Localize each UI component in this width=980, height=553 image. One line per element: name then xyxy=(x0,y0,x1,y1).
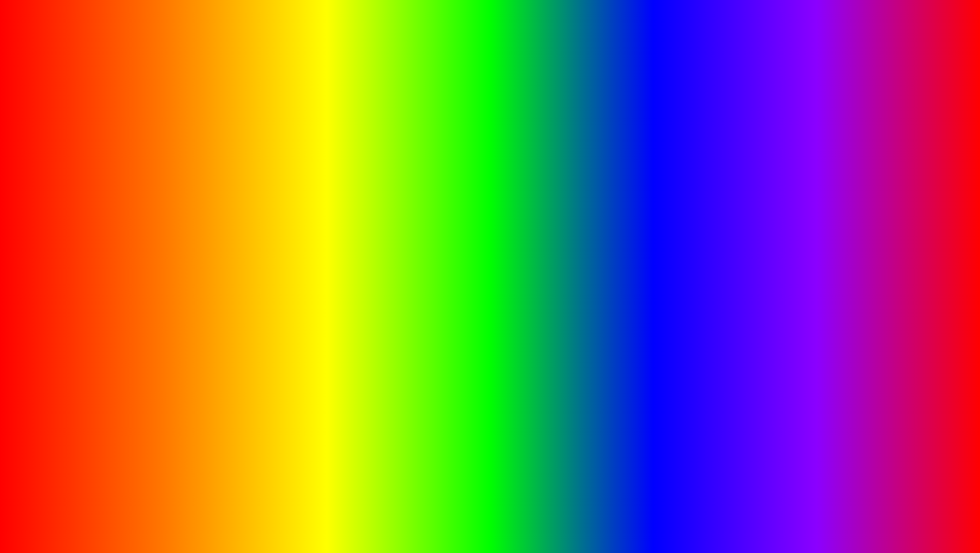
farming-title: Windows - King Legacy [New World] xyxy=(205,191,303,198)
auto-new-world-label: Auto New World xyxy=(347,238,387,245)
tab-dot2: • xyxy=(279,209,280,214)
auto-farm-select-quest-row: Auto Farm Select Monster (Quest) xyxy=(192,294,319,301)
auto-new-world-checkbox[interactable] xyxy=(332,238,339,245)
type-farm-label: Type Farm xyxy=(174,157,360,164)
auto-farm-quest-checkbox[interactable] xyxy=(192,238,200,245)
farming-title-left: BI Windows - King Legacy [New World] xyxy=(191,190,303,200)
tab-dot2: • xyxy=(320,209,321,214)
bottom-text: UPDATE 4.6 SCRIPT PASTEBIN xyxy=(3,494,977,540)
tab-home-label: Home xyxy=(198,208,212,214)
bottom-version: 4.6 xyxy=(353,492,422,542)
game-card[interactable]: 🎩 👑 KING LEGACY [UPDATE 4.65] King Legac… xyxy=(771,145,898,279)
dropdown-arrow-icon: ⌄ xyxy=(348,173,353,181)
like-stat: 👍 91% xyxy=(779,264,802,272)
close-button[interactable]: ✕ xyxy=(355,137,362,145)
tab-dot: • xyxy=(364,209,365,214)
tab-stat-player[interactable]: • Stat Player • xyxy=(284,206,325,216)
quest-farm-panel: ||-- Quest Farm --|| Auto New World xyxy=(326,219,465,381)
main-title: KING LEGACY xyxy=(3,13,977,94)
auto-farm-no-quest-checkbox[interactable] xyxy=(192,249,200,256)
auto-new-world-row: Auto New World xyxy=(332,238,459,245)
card-logo-text: KING LEGACY xyxy=(807,199,863,228)
type-farm-dropdown[interactable]: Above ⌄ xyxy=(174,168,360,185)
farming-app-icon: BI xyxy=(191,190,202,200)
auto-farm-quest-label: Auto Farm Level (Quest) xyxy=(204,238,265,245)
window-titlebar: # Main Setting − ✕ xyxy=(166,133,368,149)
players-count: 39.7K xyxy=(821,265,836,272)
tab-dot: • xyxy=(194,209,196,214)
auto-farm-select-no-quest-row: Auto Farm Select Monster (No Quest) xyxy=(192,305,319,312)
tab-dot: • xyxy=(223,209,225,214)
tab-farming-label: Farming xyxy=(256,208,277,214)
farming-window: BI Windows - King Legacy [New World] 🎮 •… xyxy=(185,185,467,383)
bottom-pastebin: PASTEBIN xyxy=(595,492,838,542)
people-icon: 👤 xyxy=(810,264,819,272)
window-hash: # xyxy=(172,137,176,145)
monster-icon: 🎩 xyxy=(852,152,887,185)
bottom-script: SCRIPT xyxy=(437,501,580,540)
tab-teleport-label: Teleport xyxy=(333,208,352,214)
window-controls: − ✕ xyxy=(344,137,362,145)
main-farming-panel: ||-- Main Farming --|| Auto Farm Level (… xyxy=(186,219,326,381)
thumbs-up-icon: 👍 xyxy=(779,264,788,272)
divider xyxy=(192,260,319,260)
tab-dot: • xyxy=(253,209,255,214)
auto-farm-no-quest-row: Auto Farm Level (No Quest) xyxy=(192,249,319,256)
crown-icon: 👑 xyxy=(786,154,811,178)
select-monster-icon: ≡ xyxy=(198,282,201,287)
farming-nav: • Home • • Config • • Farming • • Stat P… xyxy=(186,204,465,219)
auto-farm-select-quest-checkbox[interactable] xyxy=(192,294,200,301)
like-percent: 91% xyxy=(790,265,802,272)
tab-dot2: • xyxy=(354,209,355,214)
discord-icon[interactable]: 🎮 xyxy=(449,189,460,200)
tab-dot: • xyxy=(390,209,392,214)
snowflake-decoration: ❄ xyxy=(18,145,70,216)
background: ❄ KING LEGACY King Legacy Main Setting M… xyxy=(3,3,977,550)
farming-titlebar: BI Windows - King Legacy [New World] 🎮 xyxy=(186,186,465,204)
tab-config[interactable]: • Config • xyxy=(219,206,249,216)
minimize-button[interactable]: − xyxy=(344,137,351,145)
tab-teleport[interactable]: • Teleport • xyxy=(325,206,360,216)
tab-dot2: • xyxy=(214,209,215,214)
auto-farm-select-no-quest-checkbox[interactable] xyxy=(192,305,200,312)
auto-farm-select-quest-label: Auto Farm Select Monster (Quest) xyxy=(204,295,289,301)
main-farming-header: ||-- Main Farming --|| xyxy=(192,225,319,233)
card-king: KING xyxy=(807,199,863,215)
game-card-info: [UPDATE 4.65] King Legacy 👍 91% 👤 39.7K xyxy=(773,238,897,278)
quest-farm-header: ||-- Quest Farm --|| xyxy=(332,225,459,233)
bottom-update: UPDATE xyxy=(142,492,338,542)
update-badge: [UPDATE 4.65] xyxy=(779,243,891,249)
tab-raid[interactable]: • Raid & Co xyxy=(386,206,423,216)
auto-farm-select-no-quest-label: Auto Farm Select Monster (No Quest) xyxy=(204,305,298,312)
tab-dot2: • xyxy=(381,209,382,214)
game-card-title: King Legacy xyxy=(779,251,891,260)
tab-dot: • xyxy=(288,209,289,214)
window-title-text: # Main Setting xyxy=(172,137,216,145)
auto-farm-select-header: ||-- Auto Farm Select Monster --|| xyxy=(192,264,319,272)
window-title: Main Setting xyxy=(179,137,215,145)
tab-dot2: • xyxy=(244,209,246,214)
tab-shop-label: Shop xyxy=(366,208,379,214)
select-monster-button[interactable]: ≡ Select Monster xyxy=(192,278,319,291)
select-monster-label: Select Monster xyxy=(204,281,241,287)
game-card-thumbnail: 🎩 👑 KING LEGACY xyxy=(773,147,897,238)
dropdown-value: Above xyxy=(181,173,200,181)
tab-stat-label: Stat Player xyxy=(291,208,318,214)
auto-farm-no-quest-label: Auto Farm Level (No Quest) xyxy=(204,249,274,255)
farming-content: ||-- Main Farming --|| Auto Farm Level (… xyxy=(186,219,465,381)
tab-config-label: Config xyxy=(226,208,243,214)
card-legacy: LEGACY xyxy=(807,215,863,228)
tab-shop[interactable]: • Shop • xyxy=(360,206,386,216)
tab-home[interactable]: • Home • xyxy=(190,206,219,216)
tab-dot: • xyxy=(330,209,331,214)
card-stats: 👍 91% 👤 39.7K xyxy=(779,264,891,272)
tab-farming[interactable]: • Farming • xyxy=(249,206,284,216)
auto-farm-quest-row: Auto Farm Level (Quest) xyxy=(192,238,319,245)
players-stat: 👤 39.7K xyxy=(810,264,836,272)
tab-raid-label: Raid & Co xyxy=(394,208,419,214)
